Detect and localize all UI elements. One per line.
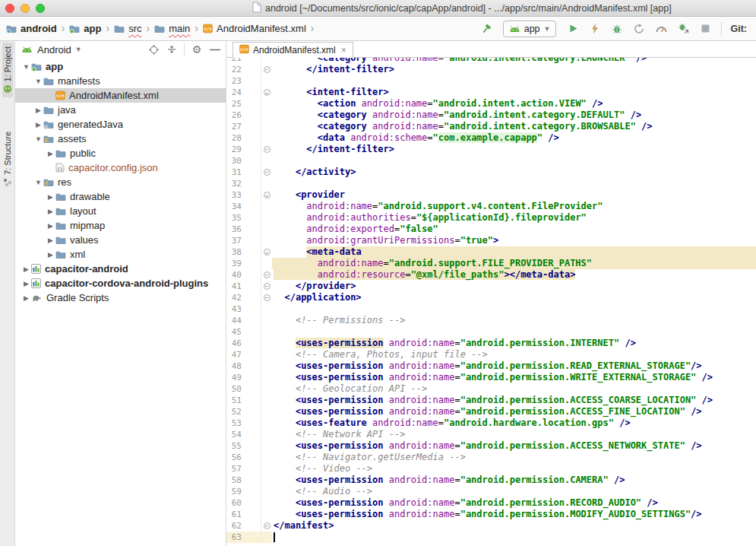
- close-window-button[interactable]: [5, 4, 14, 13]
- code-line-47[interactable]: 47 <!-- Camera, Photos, input file -->: [226, 349, 756, 360]
- minimize-window-button[interactable]: [21, 4, 30, 13]
- code-text[interactable]: <uses-permission android:name="android.p…: [272, 475, 756, 486]
- tree-item-gradle-scripts[interactable]: ▶Gradle Scripts: [15, 290, 226, 305]
- code-line-48[interactable]: 48 <uses-permission android:name="androi…: [226, 360, 756, 372]
- tree-item-app[interactable]: ▼app: [15, 59, 226, 74]
- expand-right-icon[interactable]: ▶: [46, 222, 55, 230]
- code-line-58[interactable]: 58 <uses-permission android:name="androi…: [226, 475, 756, 486]
- tree-item-androidmanifest-xml[interactable]: </>AndroidManifest.xml: [15, 88, 226, 103]
- expand-down-icon[interactable]: ▼: [33, 78, 43, 85]
- stop-button[interactable]: [697, 21, 713, 37]
- profiler-button[interactable]: [653, 21, 669, 37]
- code-text[interactable]: android:grantUriPermissions="true">: [272, 235, 756, 246]
- code-text[interactable]: <category android:name="android.intent.c…: [272, 58, 756, 64]
- apply-changes-button[interactable]: [587, 21, 603, 37]
- tree-item-capacitor-config-json[interactable]: { }capacitor.config.json: [15, 160, 226, 175]
- profile-button[interactable]: [631, 21, 647, 37]
- code-line-37[interactable]: 37 android:grantUriPermissions="true">: [226, 235, 756, 246]
- code-line-23[interactable]: 23: [226, 75, 756, 87]
- code-line-22[interactable]: 22− </intent-filter>: [226, 64, 756, 75]
- code-text[interactable]: <action android:name="android.intent.act…: [272, 98, 756, 110]
- expand-right-icon[interactable]: ▶: [33, 121, 43, 129]
- breadcrumb-item-androidmanifest-xml[interactable]: </>AndroidManifest.xml: [203, 23, 306, 34]
- expand-right-icon[interactable]: ▶: [46, 251, 55, 259]
- tree-item-mipmap[interactable]: ▶mipmap: [15, 218, 226, 233]
- code-text[interactable]: <provider: [272, 189, 756, 201]
- breadcrumb-item-src[interactable]: src: [114, 23, 141, 34]
- code-text[interactable]: android:authorities="${applicationId}.fi…: [272, 212, 756, 224]
- code-text[interactable]: <!-- Permissions -->: [272, 315, 756, 326]
- run-configuration-select[interactable]: app▼: [503, 21, 557, 37]
- code-line-62[interactable]: 62−</manifest>: [226, 520, 756, 532]
- code-text[interactable]: <!-- Audio -->: [272, 486, 756, 497]
- code-text[interactable]: <uses-permission android:name="android.p…: [272, 338, 756, 349]
- code-text[interactable]: android:resource="@xml/file_paths"></met…: [272, 269, 756, 281]
- debug-button[interactable]: [609, 21, 625, 37]
- code-line-25[interactable]: 25 <action android:name="android.intent.…: [226, 98, 756, 110]
- code-line-33[interactable]: 33⌄ <provider: [226, 189, 756, 201]
- tree-item-values[interactable]: ▶values: [15, 233, 226, 247]
- code-text[interactable]: <uses-permission android:name="android.p…: [272, 372, 756, 383]
- code-text[interactable]: <uses-feature android:name="android.hard…: [272, 417, 756, 429]
- run-button[interactable]: [565, 21, 580, 37]
- tool-window-tab-structure[interactable]: 7: Structure: [2, 128, 13, 191]
- code-text[interactable]: </activity>: [272, 167, 756, 178]
- expand-right-icon[interactable]: ▶: [46, 150, 55, 157]
- code-text[interactable]: [272, 303, 756, 315]
- tree-item-capacitor-android[interactable]: ▶capacitor-android: [15, 262, 226, 276]
- code-text[interactable]: </intent-filter>: [272, 144, 756, 155]
- tree-item-drawable[interactable]: ▶drawable: [15, 189, 226, 204]
- code-text[interactable]: <data android:scheme="com.example.capapp…: [272, 132, 756, 144]
- fold-collapse-icon[interactable]: −: [264, 283, 270, 290]
- code-text[interactable]: </intent-filter>: [272, 64, 756, 75]
- code-line-51[interactable]: 51 <uses-permission android:name="androi…: [226, 395, 756, 406]
- expand-down-icon[interactable]: ▼: [33, 179, 43, 186]
- code-text[interactable]: <meta-data: [272, 246, 756, 258]
- tree-item-assets[interactable]: ▼assets: [15, 132, 226, 146]
- git-branch-widget[interactable]: Git:: [730, 24, 747, 34]
- expand-right-icon[interactable]: ▶: [21, 265, 31, 273]
- code-text[interactable]: <!-- Network API -->: [272, 429, 756, 440]
- code-text[interactable]: [272, 178, 756, 189]
- expand-right-icon[interactable]: ▶: [21, 280, 31, 287]
- code-text[interactable]: [272, 532, 756, 543]
- code-line-52[interactable]: 52 <uses-permission android:name="androi…: [226, 406, 756, 417]
- tree-item-xml[interactable]: ▶xml: [15, 247, 226, 262]
- code-text[interactable]: <!-- Camera, Photos, input file -->: [272, 349, 756, 360]
- code-text[interactable]: <uses-permission android:name="android.p…: [272, 440, 756, 452]
- code-text[interactable]: </provider>: [272, 281, 756, 292]
- tree-item-generatedjava[interactable]: ▶generatedJava: [15, 117, 226, 132]
- expand-right-icon[interactable]: ▶: [46, 208, 55, 215]
- code-line-38[interactable]: 38⌄ <meta-data: [226, 246, 756, 258]
- code-text[interactable]: <uses-permission android:name="android.p…: [272, 406, 756, 417]
- code-line-54[interactable]: 54 <!-- Network API -->: [226, 429, 756, 440]
- code-line-59[interactable]: 59 <!-- Audio -->: [226, 486, 756, 497]
- code-line-27[interactable]: 27 <category android:name="android.inten…: [226, 121, 756, 132]
- code-text[interactable]: [272, 75, 756, 87]
- fold-collapse-icon[interactable]: −: [264, 294, 270, 301]
- code-line-49[interactable]: 49 <uses-permission android:name="androi…: [226, 372, 756, 383]
- code-line-39[interactable]: 39 android:name="android.support.FILE_PR…: [226, 258, 756, 269]
- hide-icon[interactable]: —: [209, 43, 221, 56]
- code-text[interactable]: <uses-permission android:name="android.p…: [272, 509, 756, 520]
- code-line-45[interactable]: 45: [226, 326, 756, 338]
- expand-down-icon[interactable]: ▼: [21, 63, 31, 71]
- code-text[interactable]: android:exported="false": [272, 224, 756, 235]
- tree-item-java[interactable]: ▶java: [15, 103, 226, 117]
- code-line-30[interactable]: 30: [226, 155, 756, 167]
- fold-expanded-icon[interactable]: ⌄: [264, 249, 270, 256]
- expand-right-icon[interactable]: ▶: [33, 106, 43, 114]
- code-line-43[interactable]: 43: [226, 303, 756, 315]
- code-line-56[interactable]: 56 <!-- Navigator.getUserMedia -->: [226, 452, 756, 463]
- attach-debugger-button[interactable]: [675, 21, 691, 37]
- code-text[interactable]: <uses-permission android:name="android.p…: [272, 497, 756, 509]
- code-line-28[interactable]: 28 <data android:scheme="com.example.cap…: [226, 132, 756, 144]
- code-line-40[interactable]: 40− android:resource="@xml/file_paths"><…: [226, 269, 756, 281]
- code-line-41[interactable]: 41− </provider>: [226, 281, 756, 292]
- tree-item-manifests[interactable]: ▼manifests: [15, 74, 226, 88]
- fold-expanded-icon[interactable]: ⌄: [264, 89, 270, 96]
- code-text[interactable]: <uses-permission android:name="android.p…: [272, 360, 756, 372]
- build-hammer-button[interactable]: [479, 21, 494, 37]
- code-line-35[interactable]: 35 android:authorities="${applicationId}…: [226, 212, 756, 224]
- settings-icon[interactable]: ⚙: [191, 43, 203, 56]
